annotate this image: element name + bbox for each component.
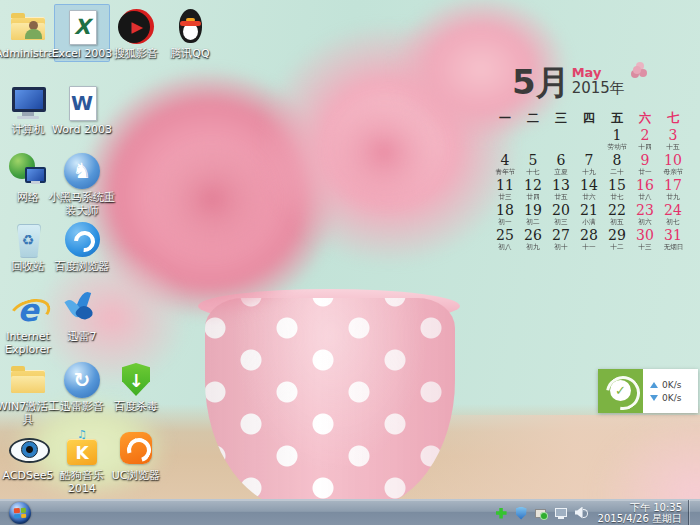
computer-icon [8, 84, 48, 122]
desktop-icon-excel-2003[interactable]: XExcel 2003 [55, 8, 109, 60]
desktop-icon-computer[interactable]: 计算机 [1, 84, 55, 136]
xunlei-7-icon [62, 291, 102, 329]
desktop-icon-win7-activator[interactable]: WIN7激活工具 [1, 361, 55, 426]
check-icon: ✓ [610, 380, 631, 401]
clock-date: 2015/4/26 星期日 [598, 513, 682, 524]
network-icon[interactable] [555, 506, 568, 520]
desktop-icon-administrator[interactable]: Administra... [1, 8, 55, 60]
taskbar: 下午 10:35 2015/4/26 星期日 [0, 499, 700, 525]
desktop-icon-layer: Administra...XExcel 2003▶搜狐影音腾讯QQ计算机WWor… [0, 0, 700, 525]
desktop-icon-baidu-browser[interactable]: 百度浏览器 [55, 221, 109, 273]
desktop-icon-internet-explorer[interactable]: eInternetExplorer [1, 291, 55, 356]
security-ball[interactable]: ✓ [598, 369, 643, 413]
clock-time: 下午 10:35 [630, 502, 682, 513]
xunlei-player-icon: ↻ [62, 361, 102, 399]
recycle-bin-icon: ♻ [8, 221, 48, 259]
green-plus-icon[interactable] [495, 506, 508, 520]
desktop-icon-baidu-antivirus[interactable]: ↓百度杀毒 [109, 361, 163, 413]
windows-flag-icon [14, 507, 27, 518]
icon-label: UC浏览器 [103, 469, 169, 482]
administrator-icon [8, 8, 48, 46]
net-speed-panel[interactable]: 0K/s 0K/s [643, 369, 698, 413]
security-shield-icon[interactable] [515, 506, 528, 520]
baidu-antivirus-icon: ↓ [116, 361, 156, 399]
net-speed-widget[interactable]: ✓ 0K/s 0K/s [598, 369, 698, 413]
acdsee-icon [8, 430, 48, 468]
download-arrow-icon [650, 395, 658, 401]
network-icon [8, 152, 48, 190]
upload-arrow-icon [650, 382, 658, 388]
upload-speed: 0K/s [662, 380, 681, 390]
icon-label: 小黑马系统重装大师 [49, 191, 115, 217]
desktop-icon-souhu-player[interactable]: ▶搜狐影音 [109, 8, 163, 60]
tencent-qq-icon [170, 8, 210, 46]
souhu-player-icon: ▶ [116, 8, 156, 46]
desktop-icon-xiaoheima[interactable]: ♞小黑马系统重装大师 [55, 152, 109, 217]
desktop-icon-xunlei-7[interactable]: 迅雷7 [55, 291, 109, 343]
icon-label: 百度杀毒 [103, 400, 169, 413]
icon-label: 腾讯QQ [157, 47, 223, 60]
desktop-icon-network[interactable]: 网络 [1, 152, 55, 204]
start-button[interactable] [9, 502, 31, 524]
win7-activator-icon [8, 361, 48, 399]
icon-label: 迅雷7 [49, 330, 115, 343]
xiaoheima-icon: ♞ [62, 152, 102, 190]
excel-2003-icon: X [62, 8, 102, 46]
icon-label: 百度浏览器 [49, 260, 115, 273]
taskbar-clock[interactable]: 下午 10:35 2015/4/26 星期日 [598, 502, 682, 524]
volume-icon[interactable] [575, 506, 588, 520]
desktop-icon-word-2003[interactable]: WWord 2003 [55, 84, 109, 136]
show-desktop-button[interactable] [688, 500, 700, 525]
desktop-icon-recycle-bin[interactable]: ♻回收站 [1, 221, 55, 273]
uc-browser-icon [116, 430, 156, 468]
desktop-icon-acdsee[interactable]: ACDSee5 [1, 430, 55, 482]
icon-label: Word 2003 [49, 123, 115, 136]
baidu-browser-icon [62, 221, 102, 259]
system-tray [495, 506, 588, 520]
kugou-music-icon: K [62, 430, 102, 468]
hardware-ok-icon[interactable] [535, 506, 548, 520]
desktop-icon-xunlei-player[interactable]: ↻迅雷影音 [55, 361, 109, 413]
desktop-icon-uc-browser[interactable]: UC浏览器 [109, 430, 163, 482]
desktop-icon-tencent-qq[interactable]: 腾讯QQ [163, 8, 217, 60]
word-2003-icon: W [62, 84, 102, 122]
download-speed: 0K/s [662, 393, 681, 403]
internet-explorer-icon: e [8, 291, 48, 329]
desktop-icon-kugou-music[interactable]: K酷狗音乐2014 [55, 430, 109, 495]
